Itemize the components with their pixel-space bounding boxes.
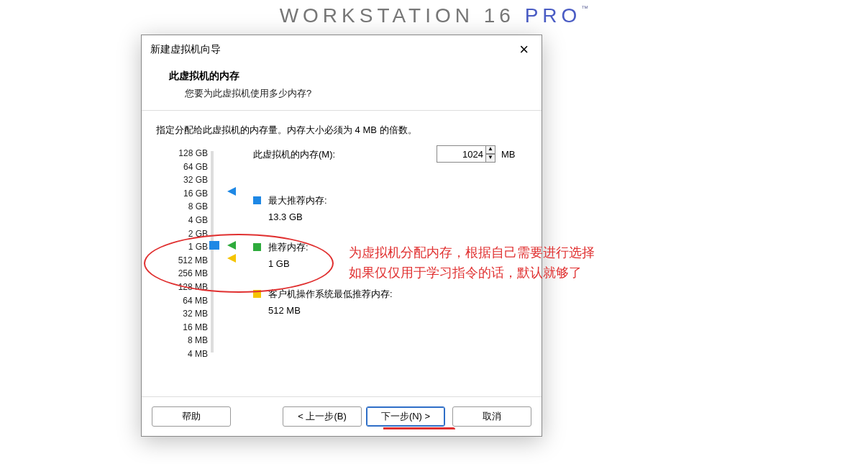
- max-memory-marker: [227, 187, 236, 196]
- square-green-icon: [253, 243, 261, 251]
- close-icon[interactable]: ×: [515, 35, 533, 64]
- memory-label: 此虚拟机的内存(M):: [253, 148, 335, 161]
- scale-label: 32 GB: [150, 175, 208, 188]
- scale-label: 8 MB: [150, 335, 208, 349]
- slider-handle[interactable]: [209, 241, 219, 250]
- annotation-underline: [383, 427, 455, 429]
- help-button[interactable]: 帮助: [152, 406, 231, 427]
- instruction-text: 指定分配给此虚拟机的内存量。内存大小必须为 4 MB 的倍数。: [156, 124, 527, 137]
- scale-label: 8 GB: [150, 201, 208, 215]
- scale-label: 16 MB: [150, 322, 208, 336]
- scale-label: 256 MB: [150, 268, 208, 282]
- scale-label: 1 GB: [150, 242, 208, 255]
- scale-label: 512 MB: [150, 255, 208, 269]
- max-memory-label: 最大推荐内存:: [268, 194, 327, 207]
- memory-unit: MB: [501, 149, 516, 160]
- rec-memory-label: 推荐内存:: [268, 241, 309, 254]
- min-memory-marker: [227, 254, 236, 263]
- brand-title: WORKSTATION 16 PRO™: [0, 4, 868, 27]
- scale-label: 128 MB: [150, 282, 208, 296]
- dialog-subheading: 您要为此虚拟机使用多少内存?: [185, 87, 527, 100]
- scale-label: 32 MB: [150, 309, 208, 322]
- scale-label: 128 GB: [150, 148, 208, 162]
- scale-label: 4 GB: [150, 215, 208, 229]
- dialog-title: 新建虚拟机向导: [150, 43, 221, 56]
- memory-scale: 128 GB 64 GB 32 GB 16 GB 8 GB 4 GB 2 GB …: [150, 148, 208, 363]
- max-memory-value: 13.3 GB: [268, 211, 393, 222]
- scale-label: 64 MB: [150, 296, 208, 309]
- recommended-memory-marker: [227, 241, 236, 250]
- scale-label: 16 GB: [150, 188, 208, 202]
- scale-label: 2 GB: [150, 229, 208, 242]
- memory-spinner[interactable]: ▲▼: [485, 145, 495, 163]
- back-button[interactable]: < 上一步(B): [283, 406, 362, 427]
- square-yellow-icon: [253, 290, 261, 298]
- square-blue-icon: [253, 196, 261, 204]
- memory-slider-track[interactable]: [211, 151, 214, 352]
- annotation-text: 为虚拟机分配内存，根据自己需要进行选择 如果仅仅用于学习指令的话，默认就够了: [349, 242, 595, 283]
- min-memory-label: 客户机操作系统最低推荐内存:: [268, 288, 393, 301]
- cancel-button[interactable]: 取消: [452, 406, 531, 427]
- scale-label: 4 MB: [150, 349, 208, 363]
- scale-label: 64 GB: [150, 162, 208, 176]
- min-memory-value: 512 MB: [268, 305, 393, 316]
- next-button[interactable]: 下一步(N) >: [366, 406, 445, 427]
- dialog-heading: 此虚拟机的内存: [169, 70, 527, 83]
- wizard-dialog: 新建虚拟机向导 × 此虚拟机的内存 您要为此虚拟机使用多少内存? 指定分配给此虚…: [141, 35, 542, 437]
